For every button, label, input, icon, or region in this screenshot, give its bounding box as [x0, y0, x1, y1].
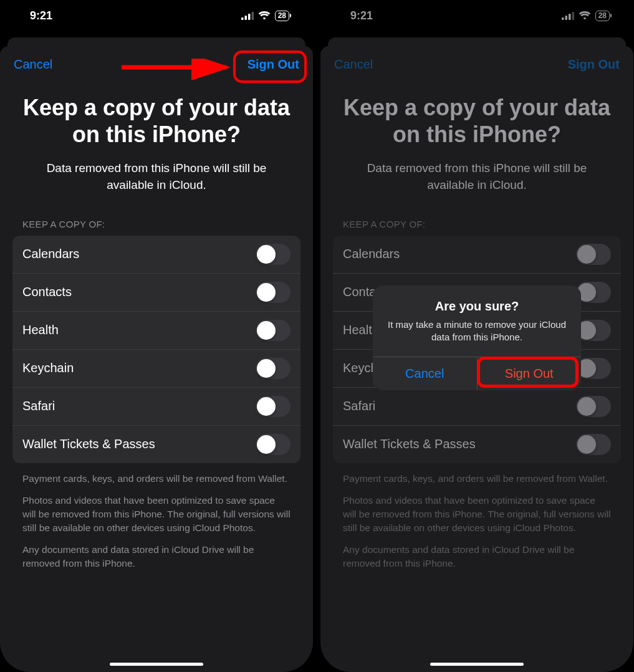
- svg-rect-1: [244, 16, 247, 20]
- signout-sheet: Cancel Sign Out Keep a copy of your data…: [0, 46, 313, 672]
- cellular-signal-icon: [241, 12, 254, 20]
- alert-cancel-button[interactable]: Cancel: [373, 357, 478, 390]
- status-bar: 9:21 28: [320, 0, 633, 31]
- status-time: 9:21: [30, 9, 52, 22]
- toggle-knob: [257, 321, 276, 340]
- confirm-alert: Are you sure? It may take a minute to re…: [373, 286, 581, 390]
- row-label: Calendars: [343, 247, 400, 261]
- row-wallet: Wallet Tickets & Passes: [12, 426, 300, 463]
- row-label: Contacts: [22, 285, 72, 299]
- toggle-knob: [257, 397, 276, 416]
- sheet-header: Cancel Sign Out: [320, 57, 633, 72]
- toggle-keychain[interactable]: [576, 358, 611, 379]
- phone-screenshot-left: 9:21 28 Cancel Sign Out Keep a copy of y…: [0, 0, 313, 672]
- footer-note-1: Payment cards, keys, and orders will be …: [320, 463, 633, 486]
- row-wallet: Wallet Tickets & Passes: [333, 426, 621, 463]
- toggle-calendars[interactable]: [576, 244, 611, 265]
- battery-icon: 28: [595, 11, 610, 21]
- toggle-knob: [577, 397, 596, 416]
- row-label: Safari: [343, 399, 375, 413]
- svg-rect-8: [572, 12, 574, 20]
- toggle-wallet[interactable]: [256, 434, 291, 455]
- alert-actions: Cancel Sign Out: [373, 357, 581, 390]
- cancel-button[interactable]: Cancel: [14, 57, 52, 72]
- row-safari: Safari: [12, 388, 300, 426]
- row-label: Keychain: [22, 361, 74, 375]
- toggle-wallet[interactable]: [576, 434, 611, 455]
- sheet-subtitle: Data removed from this iPhone will still…: [0, 148, 313, 193]
- svg-rect-0: [241, 17, 244, 20]
- svg-rect-6: [565, 16, 567, 20]
- toggle-keychain[interactable]: [256, 358, 291, 379]
- alert-title: Are you sure?: [373, 286, 581, 316]
- sheet-title: Keep a copy of your data on this iPhone?: [320, 72, 633, 148]
- home-indicator[interactable]: [110, 663, 203, 666]
- toggle-contacts[interactable]: [256, 282, 291, 303]
- row-safari: Safari: [333, 388, 621, 426]
- sign-out-button[interactable]: Sign Out: [568, 57, 620, 72]
- row-health: Health: [12, 312, 300, 350]
- section-header: KEEP A COPY OF:: [320, 194, 633, 236]
- toggle-health[interactable]: [256, 320, 291, 341]
- row-label: Health: [22, 323, 59, 337]
- status-bar: 9:21 28: [0, 0, 313, 31]
- battery-icon: 28: [275, 11, 289, 21]
- keep-copy-list: Calendars Contacts Health Keychain Safar…: [12, 236, 300, 463]
- sheet-title: Keep a copy of your data on this iPhone?: [0, 72, 313, 148]
- row-label: Wallet Tickets & Passes: [22, 437, 155, 451]
- toggle-knob: [577, 245, 596, 264]
- status-time: 9:21: [350, 9, 373, 22]
- sheet-subtitle: Data removed from this iPhone will still…: [320, 148, 633, 193]
- row-calendars: Calendars: [333, 236, 621, 274]
- row-label: Calendars: [22, 247, 79, 261]
- row-label: Safari: [22, 399, 55, 413]
- wifi-icon: [258, 11, 271, 20]
- cellular-signal-icon: [562, 12, 574, 20]
- svg-rect-7: [569, 14, 571, 20]
- toggle-calendars[interactable]: [256, 244, 291, 265]
- row-contacts: Contacts: [12, 274, 300, 312]
- footer-note-2: Photos and videos that have been optimiz…: [320, 485, 633, 534]
- toggle-knob: [257, 435, 276, 454]
- battery-percent: 28: [598, 12, 607, 19]
- phone-screenshot-right: 9:21 28 Cancel Sign Out Keep a copy of y…: [320, 0, 633, 672]
- toggle-knob: [257, 283, 276, 302]
- cancel-button[interactable]: Cancel: [334, 57, 373, 72]
- alert-signout-button[interactable]: Sign Out: [478, 357, 582, 390]
- svg-rect-3: [251, 12, 254, 20]
- section-header: KEEP A COPY OF:: [0, 194, 313, 236]
- row-label: Wallet Tickets & Passes: [343, 437, 476, 451]
- toggle-knob: [257, 359, 276, 378]
- sheet-header: Cancel Sign Out: [0, 57, 313, 72]
- status-icons: 28: [562, 11, 610, 21]
- home-indicator[interactable]: [430, 663, 524, 666]
- toggle-knob: [257, 245, 276, 264]
- sign-out-button[interactable]: Sign Out: [247, 57, 299, 72]
- footer-note-3: Any documents and data stored in iCloud …: [0, 534, 313, 570]
- toggle-knob: [577, 435, 596, 454]
- row-keychain: Keychain: [12, 350, 300, 388]
- svg-rect-2: [248, 14, 251, 20]
- alert-message: It may take a minute to remove your iClo…: [373, 316, 581, 357]
- battery-percent: 28: [277, 12, 287, 19]
- toggle-safari[interactable]: [256, 396, 291, 417]
- footer-note-3: Any documents and data stored in iCloud …: [320, 534, 633, 570]
- toggle-contacts[interactable]: [576, 282, 611, 303]
- footer-note-2: Photos and videos that have been optimiz…: [0, 485, 313, 534]
- status-icons: 28: [241, 11, 289, 21]
- row-calendars: Calendars: [12, 236, 300, 274]
- toggle-health[interactable]: [576, 320, 611, 341]
- footer-note-1: Payment cards, keys, and orders will be …: [0, 463, 313, 486]
- svg-rect-5: [562, 17, 564, 20]
- toggle-safari[interactable]: [576, 396, 611, 417]
- wifi-icon: [579, 11, 591, 20]
